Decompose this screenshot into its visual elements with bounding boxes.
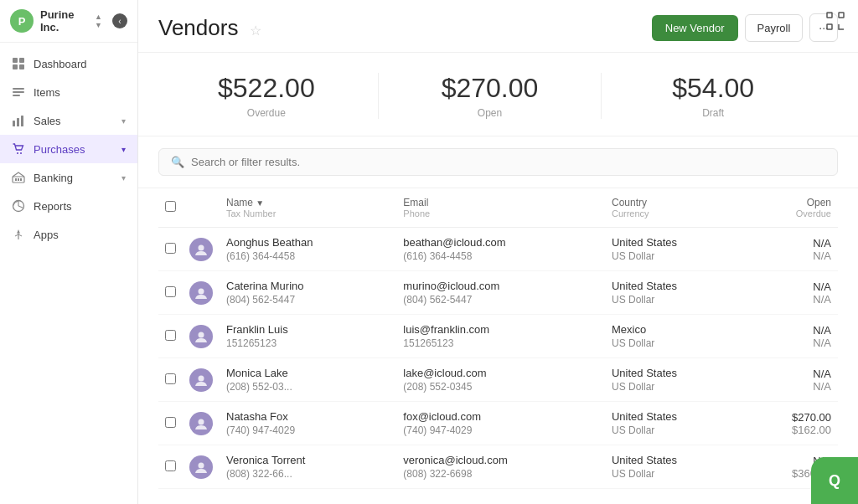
draft-amount: $54.00 (672, 73, 754, 104)
row-name: Franklin Luis (226, 323, 390, 336)
row-email: beathan@icloud.com (403, 236, 598, 249)
row-email-cell: luis@franklin.com151265123 (396, 315, 605, 358)
row-open: N/A (751, 368, 831, 380)
open-amount: $270.00 (442, 73, 539, 104)
up-arrow-icon: ▲ (95, 13, 102, 21)
corner-logo: Q (811, 457, 858, 504)
row-overdue: $162.00 (751, 424, 831, 436)
row-checkbox[interactable] (165, 417, 176, 428)
row-name-cell: Natasha Fox(740) 947-4029 (220, 402, 396, 445)
row-checkbox[interactable] (165, 286, 176, 297)
svg-rect-14 (18, 178, 19, 181)
sidebar: P Purine Inc. ▲ ▼ ‹ Dashboard (0, 0, 138, 504)
avatar (189, 281, 213, 305)
sidebar-item-items[interactable]: Items (0, 78, 137, 106)
search-box: 🔍 (158, 148, 838, 176)
header-country: Country Currency (605, 188, 744, 228)
summary-open[interactable]: $270.00 Open (379, 73, 602, 119)
row-email: veronica@icloud.com (403, 454, 598, 466)
svg-rect-1 (19, 58, 24, 63)
sidebar-header: P Purine Inc. ▲ ▼ ‹ (0, 0, 137, 43)
row-country-cell: United StatesUS Dollar (605, 358, 744, 402)
row-checkbox[interactable] (165, 373, 176, 384)
svg-rect-19 (827, 24, 832, 29)
row-name-cell: Veronica Torrent(808) 322-66... (220, 445, 396, 489)
sidebar-item-sales-label: Sales (34, 115, 113, 127)
table-row[interactable]: Veronica Torrent(808) 322-66...veronica@… (158, 445, 838, 489)
row-name: Monica Lake (226, 367, 390, 379)
table-row[interactable]: Aonghus Beathan(616) 364-4458beathan@icl… (158, 228, 838, 271)
sidebar-item-purchases[interactable]: Purchases ▾ (0, 135, 137, 163)
svg-rect-0 (13, 58, 18, 63)
row-phone: (804) 562-5447 (403, 294, 598, 306)
row-name-cell: Monica Lake(208) 552-03... (220, 358, 396, 402)
row-name-cell: Franklin Luis151265123 (220, 315, 396, 358)
row-tax: (740) 947-4029 (226, 424, 390, 436)
row-email-cell: fox@icloud.com(740) 947-4029 (396, 402, 605, 445)
sidebar-item-reports[interactable]: Reports (0, 192, 137, 220)
row-checkbox-cell (158, 271, 183, 315)
row-email: luis@franklin.com (403, 323, 598, 336)
purchases-chevron-icon: ▾ (121, 145, 126, 154)
row-overdue: N/A (751, 249, 831, 262)
row-open: $270.00 (751, 411, 831, 424)
page-header: Vendors ☆ New Vendor Payroll ··· (138, 0, 858, 53)
avatar (189, 238, 213, 261)
scan-icon[interactable] (826, 12, 845, 33)
svg-point-11 (20, 152, 22, 154)
row-tax: (808) 322-66... (226, 468, 390, 480)
row-checkbox[interactable] (165, 243, 176, 254)
row-country-cell: United StatesUS Dollar (605, 228, 744, 271)
sidebar-item-sales[interactable]: Sales ▾ (0, 106, 137, 135)
row-open: N/A (751, 324, 831, 337)
svg-rect-3 (19, 64, 24, 69)
svg-rect-8 (17, 118, 19, 126)
row-country: United States (612, 236, 737, 249)
table-row[interactable]: Caterina Murino(804) 562-5447murino@iclo… (158, 271, 838, 315)
row-checkbox-cell (158, 315, 183, 358)
row-currency: US Dollar (612, 468, 737, 480)
row-open-cell: N/AN/A (744, 228, 838, 271)
sidebar-item-banking-label: Banking (34, 172, 113, 184)
row-email: fox@icloud.com (403, 410, 598, 423)
row-open: N/A (751, 237, 831, 249)
select-all-checkbox[interactable] (165, 201, 176, 212)
svg-rect-18 (839, 13, 844, 18)
sidebar-item-apps-label: Apps (34, 229, 126, 241)
header-name[interactable]: Name ▼ Tax Number (220, 188, 396, 228)
table-body: Aonghus Beathan(616) 364-4458beathan@icl… (158, 228, 838, 489)
sidebar-item-dashboard[interactable]: Dashboard (0, 49, 137, 78)
row-checkbox[interactable] (165, 330, 176, 341)
svg-rect-5 (13, 91, 24, 93)
row-avatar-cell (183, 445, 220, 489)
payroll-button[interactable]: Payroll (745, 14, 804, 42)
new-vendor-button[interactable]: New Vendor (652, 15, 738, 41)
sidebar-item-banking[interactable]: Banking ▾ (0, 163, 137, 192)
row-name-cell: Aonghus Beathan(616) 364-4458 (220, 228, 396, 271)
row-avatar-cell (183, 315, 220, 358)
svg-rect-9 (21, 116, 23, 126)
svg-point-23 (199, 375, 204, 381)
search-input[interactable] (191, 156, 825, 168)
summary-overdue[interactable]: $522.00 Overdue (172, 73, 379, 119)
row-checkbox[interactable] (165, 460, 176, 471)
row-checkbox-cell (158, 228, 183, 271)
row-open-cell: N/AN/A (744, 358, 838, 402)
row-country: United States (612, 367, 737, 379)
row-email: lake@icloud.com (403, 367, 598, 379)
table-row[interactable]: Franklin Luis151265123luis@franklin.com1… (158, 315, 838, 358)
sidebar-item-apps[interactable]: Apps (0, 220, 137, 249)
svg-rect-4 (13, 88, 24, 90)
sales-icon (12, 114, 25, 127)
table-row[interactable]: Natasha Fox(740) 947-4029fox@icloud.com(… (158, 402, 838, 445)
row-tax: (804) 562-5447 (226, 294, 390, 306)
row-currency: US Dollar (612, 294, 737, 306)
favorite-star-icon[interactable]: ☆ (250, 23, 261, 38)
sidebar-item-reports-label: Reports (34, 200, 126, 213)
company-name: Purine Inc. (40, 8, 88, 33)
table-row[interactable]: Monica Lake(208) 552-03...lake@icloud.co… (158, 358, 838, 402)
sidebar-nav: Dashboard Items Sales (0, 43, 137, 504)
back-button[interactable]: ‹ (112, 13, 127, 28)
summary-draft[interactable]: $54.00 Draft (602, 73, 824, 119)
banking-icon (12, 171, 25, 184)
